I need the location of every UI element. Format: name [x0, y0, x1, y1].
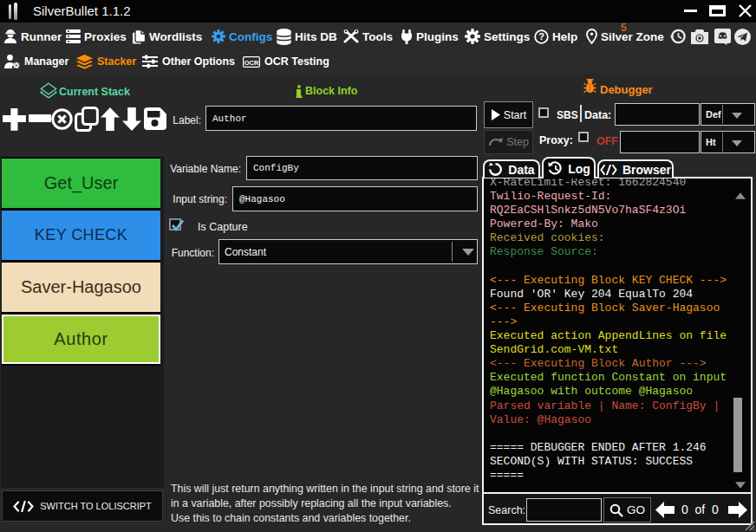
svg-text:?: ? — [538, 31, 544, 42]
svg-text:OCR: OCR — [244, 58, 259, 66]
